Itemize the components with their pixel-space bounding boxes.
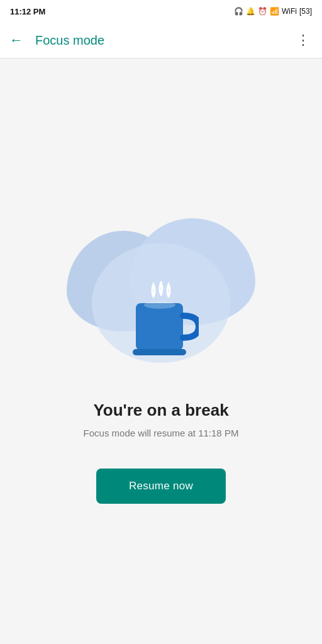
back-button[interactable]: ← (3, 26, 30, 54)
svg-rect-1 (133, 349, 186, 355)
break-illustration (60, 212, 262, 375)
svg-rect-0 (136, 303, 183, 350)
app-bar-left: ← Focus mode (3, 26, 104, 54)
break-heading: You're on a break (93, 401, 228, 420)
break-subtitle: Focus mode will resume at 11:18 PM (84, 428, 239, 438)
status-bar: 11:12 PM 🎧 🔔 ⏰ 📶 WiFi [53] (0, 0, 322, 23)
wifi-icon: WiFi (282, 7, 297, 16)
signal-icon: 📶 (270, 7, 279, 16)
more-options-button[interactable]: ⋮ (289, 26, 317, 54)
alarm-icon: ⏰ (258, 7, 267, 16)
back-arrow-icon: ← (9, 32, 23, 48)
status-icons: 🎧 🔔 ⏰ 📶 WiFi [53] (234, 7, 312, 16)
coffee-mug-icon (123, 281, 199, 363)
headphone-icon: 🎧 (234, 7, 243, 16)
resume-now-button[interactable]: Resume now (96, 469, 226, 504)
battery-icon: [53] (299, 7, 312, 16)
app-bar: ← Focus mode ⋮ (0, 23, 322, 58)
more-icon: ⋮ (296, 32, 311, 48)
main-content: You're on a break Focus mode will resume… (0, 58, 322, 644)
status-time: 11:12 PM (10, 7, 45, 16)
notification-icon: 🔔 (246, 7, 255, 16)
svg-point-2 (144, 301, 175, 309)
app-title: Focus mode (35, 33, 104, 48)
